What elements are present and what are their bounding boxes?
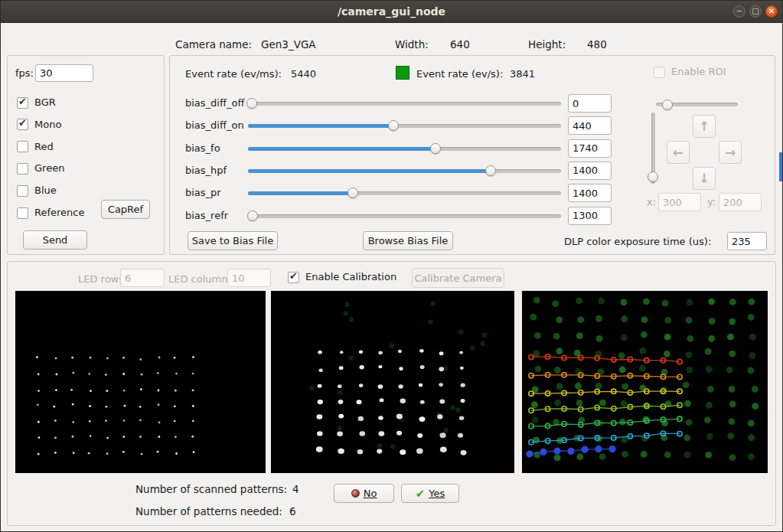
bias_fo-slider-handle[interactable]	[430, 143, 441, 154]
no-button[interactable]: No	[334, 484, 394, 503]
bias_refr-slider[interactable]	[248, 214, 561, 218]
bias_hpf-value-input[interactable]	[568, 162, 612, 180]
bias_diff_on-slider-handle[interactable]	[388, 120, 399, 131]
roi-left-button[interactable]: ←	[667, 141, 690, 164]
roi-down-button[interactable]: ↓	[693, 167, 716, 190]
titlebar[interactable]: /camera_gui_node − □ ✕	[1, 1, 782, 23]
green-checkbox[interactable]: Green	[17, 162, 64, 175]
calibrate-camera-button[interactable]: Calibrate Camera	[412, 268, 504, 288]
bias_hpf-slider-handle[interactable]	[485, 165, 496, 176]
reference-checkbox-box[interactable]	[17, 207, 28, 219]
bias_fo-slider-fill	[248, 147, 436, 151]
blue-checkbox-label: Blue	[34, 184, 57, 197]
red-checkbox[interactable]: Red	[17, 140, 54, 154]
bgr-checkbox[interactable]: BGR	[17, 96, 56, 109]
enable-calibration-checkbox[interactable]: Enable Calibration	[288, 270, 396, 284]
roi-y-input[interactable]	[719, 193, 762, 211]
close-icon[interactable]: ✕	[765, 5, 778, 18]
bias_diff_off-value-input[interactable]	[568, 94, 612, 113]
height-label: Height:	[528, 38, 566, 51]
save-bias-button[interactable]: Save to Bias File	[188, 231, 278, 250]
enable-calibration-checkbox-box[interactable]	[288, 272, 299, 283]
camera-gui-window: /camera_gui_node − □ ✕ Camera name: Gen3…	[0, 0, 783, 532]
bias_hpf-slider[interactable]	[248, 169, 561, 173]
bias_diff_off-slider-handle[interactable]	[246, 98, 257, 109]
roi-v-slider-handle[interactable]	[648, 171, 658, 182]
enable-roi-label: Enable ROI	[671, 65, 726, 79]
bias-slider-row-bias_refr: bias_refr	[170, 206, 629, 226]
enable-roi-checkbox-box[interactable]	[654, 67, 665, 78]
reference-checkbox[interactable]: Reference	[17, 206, 84, 220]
fps-label: fps:	[15, 67, 34, 80]
bias_diff_off-slider[interactable]	[248, 102, 561, 106]
camera-name-label: Camera name:	[175, 38, 252, 51]
roi-up-button[interactable]: ↑	[693, 115, 716, 138]
bias_diff_on-label: bias_diff_on	[185, 119, 244, 132]
scanned-patterns-value: 4	[292, 482, 299, 496]
mono-checkbox-label: Mono	[34, 118, 61, 132]
fps-input[interactable]	[35, 64, 93, 82]
no-icon	[351, 489, 360, 498]
blue-checkbox[interactable]: Blue	[17, 184, 57, 197]
enable-roi-checkbox[interactable]: Enable ROI	[654, 65, 726, 79]
browse-bias-button[interactable]: Browse Bias File	[363, 231, 453, 250]
bias_diff_on-slider-fill	[248, 124, 393, 128]
bias_fo-slider[interactable]	[248, 147, 561, 151]
red-checkbox-box[interactable]	[17, 141, 28, 152]
needed-patterns-value: 6	[289, 504, 296, 518]
dlp-exposure-label: DLP color exposure time (us):	[564, 235, 711, 249]
camera-image-calibration	[522, 291, 768, 473]
bias_diff_on-value-input[interactable]	[568, 116, 612, 135]
screen-edge-artifact	[779, 152, 782, 181]
event-rate-ms-label: Event rate (ev/ms):	[185, 67, 282, 81]
roi-right-button[interactable]: →	[719, 141, 742, 164]
width-label: Width:	[395, 38, 429, 51]
red-checkbox-label: Red	[34, 140, 54, 154]
roi-x-label: x:	[647, 195, 656, 209]
needed-patterns-label: Number of patterns needed:	[135, 504, 282, 518]
roi-h-slider-handle[interactable]	[662, 100, 673, 110]
bias_pr-slider-handle[interactable]	[347, 188, 358, 198]
roi-y-label: y:	[707, 195, 716, 209]
bias_fo-value-input[interactable]	[568, 139, 612, 158]
bgr-checkbox-label: BGR	[34, 96, 56, 109]
bias-panel: Event rate (ev/ms): 5440 Event rate (ev/…	[169, 55, 775, 255]
mono-checkbox-box[interactable]	[17, 119, 28, 130]
green-checkbox-box[interactable]	[17, 163, 28, 175]
bias_refr-label: bias_refr	[185, 209, 228, 223]
height-value: 480	[587, 38, 607, 51]
yes-button[interactable]: ✔ Yes	[401, 484, 459, 503]
yes-button-label: Yes	[429, 488, 445, 499]
mono-checkbox[interactable]: Mono	[17, 118, 61, 132]
right-arrow-icon: →	[725, 145, 736, 160]
bias_pr-slider-fill	[248, 191, 353, 195]
reference-checkbox-label: Reference	[34, 206, 84, 220]
led-columns-input[interactable]	[227, 269, 271, 287]
roi-x-input[interactable]	[658, 193, 701, 211]
bgr-checkbox-box[interactable]	[17, 97, 28, 109]
no-button-label: No	[364, 488, 377, 499]
maximize-icon[interactable]: □	[749, 5, 762, 18]
bias-slider-row-bias_diff_on: bias_diff_on	[170, 116, 629, 135]
send-button[interactable]: Send	[23, 230, 87, 250]
led-columns-label: LED columns	[168, 273, 233, 286]
bias_hpf-slider-fill	[248, 169, 491, 173]
window-controls: − □ ✕	[733, 5, 778, 18]
minimize-icon[interactable]: −	[733, 5, 745, 18]
bias_diff_on-slider[interactable]	[248, 124, 561, 128]
green-checkbox-label: Green	[34, 162, 64, 175]
event-rate-s-label: Event rate (ev/s):	[416, 67, 503, 81]
bias-slider-row-bias_fo: bias_fo	[170, 139, 629, 158]
bias_pr-slider[interactable]	[248, 191, 561, 195]
blue-checkbox-box[interactable]	[17, 185, 28, 197]
bias_refr-value-input[interactable]	[568, 207, 612, 225]
bias_refr-slider-handle[interactable]	[247, 211, 258, 221]
bias_pr-value-input[interactable]	[568, 184, 612, 202]
led-rows-input[interactable]	[120, 269, 165, 287]
camera-name-value: Gen3_VGA	[261, 38, 316, 51]
capref-button[interactable]: CapRef	[101, 200, 150, 219]
left-arrow-icon: ←	[673, 145, 683, 160]
dlp-exposure-input[interactable]	[727, 232, 767, 250]
scanned-patterns-label: Number of scanned patterns:	[135, 482, 287, 496]
bias-slider-row-bias_diff_off: bias_diff_off	[170, 93, 629, 113]
